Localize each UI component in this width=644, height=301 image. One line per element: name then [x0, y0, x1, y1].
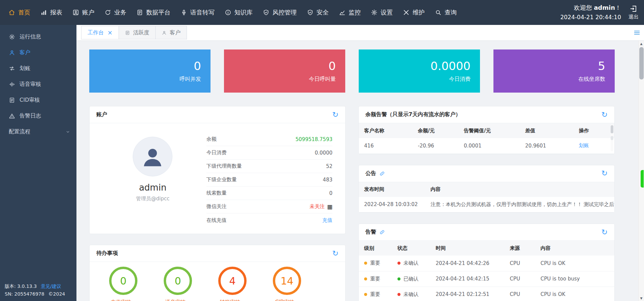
scroll-down-icon[interactable]: ▼ [639, 295, 644, 301]
sidebar-item-runtime-info[interactable]: 运行信息 [0, 29, 76, 45]
nav-item-voice-transcription[interactable]: 语音转写 [175, 0, 220, 25]
stat-value: 0.0000 [430, 59, 471, 73]
account-row-recharge: 在线充值 充值 [206, 213, 332, 227]
nav-item-business[interactable]: 业务 [99, 0, 131, 25]
link-icon[interactable] [379, 171, 385, 176]
announcement-time: 2022-04-28 10:03:02 [359, 197, 425, 212]
nav-item-settings[interactable]: 设置 [366, 0, 398, 25]
account-row-sub-enterprises: 下级企业数量 483 [206, 173, 332, 187]
sidebar-item-cid-review[interactable]: CID审核 [0, 92, 76, 108]
table-row: 416 -20.96 0.0001 20.9601 划账 [359, 138, 614, 154]
account-row-balance: 余额 5099518.7593 [206, 133, 332, 146]
tab-list-icon[interactable] [633, 29, 641, 36]
table-row: 2022-04-28 10:03:02 注意：本机为公共测试机器，仅用于内部测试… [359, 197, 614, 212]
row-label: 下级代理商数量 [206, 163, 242, 169]
sidebar-item-label: 告警日志 [20, 112, 41, 120]
alarm-source: CPU [505, 271, 535, 287]
nav-item-security[interactable]: 安全 [302, 0, 334, 25]
nav-item-data-platform[interactable]: 数据平台 [131, 0, 175, 25]
panel-title: 余额告警（只显示7天内有流水的客户） [365, 111, 461, 118]
account-profile: admin 管理员@dipcc [99, 132, 206, 227]
qr-code-icon[interactable]: ▦ [327, 203, 332, 210]
sidebar-item-config-flow[interactable]: 配置流程 [0, 124, 76, 140]
nav-item-query[interactable]: 查询 [430, 0, 462, 25]
sidebar-item-transfer[interactable]: 划账 [0, 61, 76, 76]
sidebar-item-customers[interactable]: 客户 [0, 45, 76, 61]
todo-item-transfer-review: 4 转账审核 » [216, 267, 249, 301]
welcome-text: 欢迎您 admin！ [560, 4, 621, 12]
stat-card-call-concurrency: 0 呼叫并发 [89, 49, 211, 93]
column-header: 差值 [520, 123, 573, 138]
todo-link[interactable]: 充值审核 » [111, 299, 136, 301]
nav-item-reports[interactable]: 报表 [35, 0, 67, 25]
column-header: 客户名称 [359, 123, 412, 138]
sidebar-item-alarm-log[interactable]: 告警日志 [0, 108, 76, 124]
welcome-suffix: ！ [615, 4, 621, 11]
nav-item-accounts[interactable]: 账户 [67, 0, 99, 25]
scroll-up-icon[interactable]: ▲ [639, 41, 644, 46]
row-label: 微信关注 [206, 203, 227, 210]
account-panel: 账户 ↻ admin 管理员@dipcc 余额 5099518.7 [89, 106, 346, 234]
logout-button[interactable]: 退出 [629, 5, 639, 20]
table-row: 重要 未确认 2024-04-21 04:42:26 CPU CPU is OK [359, 256, 614, 271]
nav-item-maintenance[interactable]: 维护 [398, 0, 430, 25]
column-header: 发布时间 [359, 182, 425, 197]
floating-green-tab[interactable] [641, 170, 644, 188]
nav-item-monitoring[interactable]: 监控 [334, 0, 366, 25]
alarm-source: CPU [505, 287, 535, 301]
scrollbar-thumb[interactable] [639, 47, 644, 79]
info-icon [225, 9, 231, 16]
balance-value: 5099518.7593 [295, 136, 332, 142]
alarm-status: 未确认 [404, 291, 419, 297]
refresh-icon[interactable]: ↻ [602, 170, 608, 177]
row-label: 在线充值 [206, 217, 227, 224]
alarm-content: CPU is too busy [535, 271, 614, 287]
nav-item-label: 报表 [50, 8, 62, 16]
column-header: 操作 [574, 123, 614, 138]
todo-count: 0 [174, 275, 181, 287]
todo-count: 0 [120, 275, 126, 287]
status-dot [397, 262, 400, 265]
threshold-cell: 0.0001 [458, 138, 520, 154]
feedback-link[interactable]: 意见/建议 [41, 282, 61, 290]
panel-scrollbar[interactable] [611, 125, 613, 151]
todo-item-cid-review: 14 CID审核 » [271, 267, 303, 301]
panel-title: 账户 [96, 111, 107, 118]
tab-workbench[interactable]: 工作台 × [81, 26, 119, 39]
refresh-icon[interactable]: ↻ [602, 229, 608, 236]
sidebar-item-voice-review[interactable]: 语音审核 [0, 76, 76, 92]
sidebar-item-label: 配置流程 [9, 128, 30, 135]
todo-count-ring: 4 [218, 267, 247, 295]
refresh-icon[interactable]: ↻ [332, 250, 339, 257]
tab-customer[interactable]: 客户 [155, 26, 187, 39]
todo-count-ring: 14 [273, 267, 301, 295]
recharge-link[interactable]: 充值 [322, 217, 332, 224]
todo-link[interactable]: 语音审核 » [165, 299, 190, 301]
announcement-panel: 公告 ↻ 发布时间 内容 2022-04-28 10:03:02 注意：本机为公… [358, 165, 615, 213]
link-icon[interactable] [379, 229, 385, 235]
welcome-block: 欢迎您 admin！ 2024-04-21 20:44:10 [560, 4, 621, 21]
todo-link[interactable]: 转账审核 » [220, 299, 245, 301]
alarm-status: 已确认 [404, 276, 419, 282]
tab-activity[interactable]: 活跃度 [119, 26, 156, 39]
row-label: 今日消费 [206, 149, 227, 156]
sidebar-item-label: 客户 [20, 49, 30, 56]
nav-item-risk-control[interactable]: 风控管理 [258, 0, 302, 25]
stat-label: 在线坐席数 [578, 76, 605, 83]
close-icon[interactable]: × [107, 30, 112, 36]
table-header-row: 客户名称 余额/元 告警阈值/元 差值 操作 [359, 123, 614, 138]
sidebar-item-label: 运行信息 [20, 33, 41, 40]
user-icon [9, 49, 15, 56]
nav-item-label: 设置 [381, 8, 393, 16]
account-row-today-consumption: 今日消费 0.0000 [206, 146, 332, 160]
status-dot [397, 293, 400, 296]
todo-link[interactable]: CID审核 » [275, 299, 299, 301]
nav-item-home[interactable]: 首页 [3, 0, 35, 25]
nav-item-label: 账户 [82, 8, 94, 16]
copyright-text: ©2024 [49, 290, 65, 298]
transfer-action-link[interactable]: 划账 [579, 142, 589, 148]
nav-item-knowledge-base[interactable]: 知识库 [220, 0, 258, 25]
refresh-icon[interactable]: ↻ [602, 111, 608, 119]
refresh-icon[interactable]: ↻ [332, 111, 339, 119]
todo-panel: 待办事项 ↻ 0 充值审核 » 0 语音审核 » [89, 245, 346, 301]
